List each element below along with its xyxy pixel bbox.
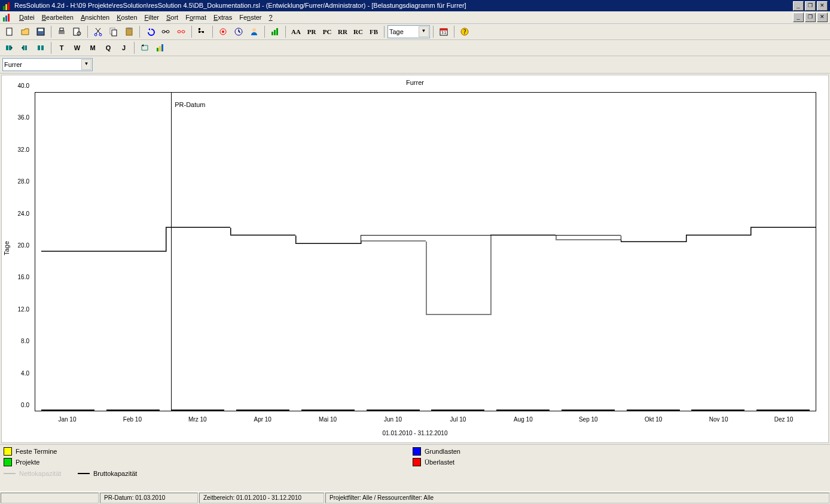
bar-idle [691, 410, 744, 411]
title-bar: ResSolution 4.2d - H:\09 Projekte\resSol… [0, 0, 830, 11]
maximize-button[interactable]: ❐ [805, 1, 816, 11]
mdi-maximize-button[interactable]: ❐ [805, 13, 816, 22]
app-icon [2, 1, 12, 11]
unit-combo[interactable]: Tage ▼ [387, 25, 430, 38]
dropdown-arrow-icon: ▼ [419, 26, 429, 37]
svg-rect-16 [112, 30, 117, 36]
legend-nettokap: Nettokapazität [4, 470, 61, 477]
menu-help[interactable]: ? [266, 13, 276, 22]
menu-format[interactable]: Format [182, 13, 210, 22]
aa-button[interactable]: AA [289, 25, 303, 39]
rc-button[interactable]: RC [351, 25, 365, 39]
y-tick: 20.0 [18, 242, 29, 249]
y-tick: 16.0 [18, 274, 29, 280]
scale-t-button[interactable]: T [54, 41, 69, 55]
svg-rect-32 [274, 30, 276, 35]
svg-rect-0 [3, 6, 5, 10]
svg-rect-2 [8, 2, 10, 10]
target-button[interactable] [216, 25, 230, 39]
undo-button[interactable] [143, 25, 157, 39]
menu-ansichten[interactable]: Ansichten [77, 13, 113, 22]
unlink-button[interactable] [174, 25, 188, 39]
zoom-out-button[interactable] [18, 41, 32, 55]
fb-button[interactable]: FB [367, 25, 381, 39]
legend-ueberlastet: Überlastet [413, 458, 454, 466]
calendar-button[interactable]: 31 [437, 25, 451, 39]
save-button[interactable] [33, 25, 48, 39]
paste-button[interactable] [122, 25, 136, 39]
mdi-minimize-button[interactable]: _ [793, 13, 804, 22]
document-icon [2, 13, 12, 22]
svg-rect-26 [202, 31, 204, 33]
svg-rect-8 [38, 29, 43, 31]
link-button[interactable] [158, 25, 173, 39]
legend-bruttokap: Bruttokapazität [78, 470, 137, 477]
refresh-button[interactable] [138, 41, 152, 55]
svg-point-30 [252, 28, 256, 32]
x-tick: Jul 10 [450, 416, 466, 423]
menu-datei[interactable]: Datei [16, 13, 38, 22]
tree-button[interactable] [195, 25, 209, 39]
bar-idle [367, 410, 420, 411]
menu-bar: Datei Bearbeiten Ansichten Kosten Filter… [0, 11, 830, 24]
pr-datum-label: PR-Datum [173, 101, 206, 108]
svg-rect-39 [6, 45, 8, 50]
svg-rect-45 [157, 48, 158, 51]
svg-rect-23 [182, 30, 185, 33]
menu-kosten[interactable]: Kosten [113, 13, 141, 22]
svg-rect-10 [60, 28, 63, 30]
menu-fenster[interactable]: Fenster [236, 13, 265, 22]
mdi-close-button[interactable]: ✕ [817, 13, 828, 22]
open-button[interactable] [18, 25, 32, 39]
svg-rect-47 [161, 44, 163, 51]
pr-button[interactable]: PR [304, 25, 319, 39]
zoom-in-button[interactable] [2, 41, 17, 55]
copy-button[interactable] [106, 25, 121, 39]
scale-w-button[interactable]: W [70, 41, 84, 55]
menu-bearbeiten[interactable]: Bearbeiten [38, 13, 77, 22]
status-filter: Projektfilter: Alle / Ressourcenfilter: … [325, 493, 829, 503]
close-button[interactable]: ✕ [817, 1, 828, 11]
y-axis: 0.04.08.012.016.020.024.028.032.036.040.… [2, 92, 32, 411]
legend: Feste Termine Grundlasten Projekte Überl… [0, 444, 830, 483]
unit-combo-value: Tage [389, 28, 404, 35]
new-button[interactable] [2, 25, 17, 39]
rr-button[interactable]: RR [335, 25, 350, 39]
y-tick: 40.0 [18, 83, 29, 89]
cut-button[interactable] [91, 25, 105, 39]
scale-j-button[interactable]: J [117, 41, 131, 55]
chart-button[interactable] [268, 25, 282, 39]
menu-sort[interactable]: Sort [163, 13, 182, 22]
svg-text:?: ? [463, 29, 466, 35]
schedule-button[interactable] [231, 25, 246, 39]
legend-projekte: Projekte [4, 458, 39, 466]
x-tick: Okt 10 [645, 416, 662, 423]
scale-m-button[interactable]: M [86, 41, 100, 55]
pc-button[interactable]: PC [320, 25, 334, 39]
x-tick: Sep 10 [579, 416, 598, 423]
scale-q-button[interactable]: Q [101, 41, 115, 55]
print-button[interactable] [54, 25, 69, 39]
svg-point-28 [222, 30, 224, 33]
x-range-label: 01.01.2010 - 31.12.2010 [2, 430, 828, 436]
zoom-fit-button[interactable] [33, 41, 48, 55]
x-tick: Apr 10 [254, 416, 271, 423]
x-tick: Jun 10 [384, 416, 402, 423]
status-zeitbereich: Zeitbereich: 01.01.2010 - 31.12.2010 [199, 493, 324, 503]
y-tick: 12.0 [18, 306, 29, 312]
print-preview-button[interactable] [70, 25, 84, 39]
bar-idle [756, 410, 810, 411]
y-tick: 36.0 [18, 114, 29, 121]
bar-ueberlastet [236, 410, 289, 411]
x-tick: Aug 10 [514, 416, 533, 423]
minimize-button[interactable]: _ [793, 1, 804, 11]
y-tick: 0.0 [21, 402, 29, 408]
svg-rect-3 [3, 17, 5, 22]
menu-filter[interactable]: Filter [141, 13, 163, 22]
chart-refresh-button[interactable] [153, 41, 167, 55]
svg-rect-6 [7, 28, 12, 35]
resource-combo[interactable]: Furrer ▼ [2, 58, 93, 71]
resource-button[interactable] [247, 25, 261, 39]
menu-extras[interactable]: Extras [210, 13, 236, 22]
help-button[interactable]: ? [457, 25, 472, 39]
